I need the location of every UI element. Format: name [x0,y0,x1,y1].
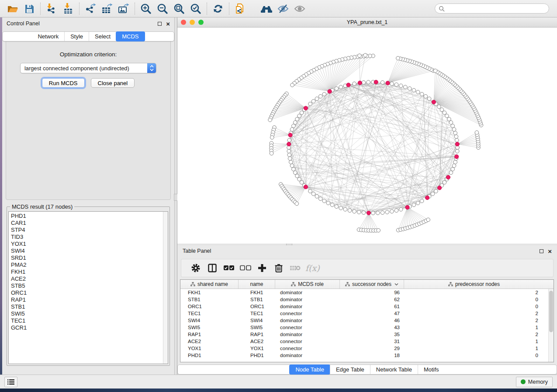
export-network-button[interactable] [82,1,99,16]
add-column-button[interactable] [254,261,270,275]
zoom-fit-button[interactable] [171,1,187,16]
import-table-button[interactable] [60,1,76,16]
table-cell[interactable]: 0 [404,353,544,358]
table-cell[interactable]: 47 [340,311,404,316]
float-panel-icon[interactable] [158,22,162,26]
save-session-button[interactable] [21,1,38,16]
deselect-all-button[interactable] [237,261,254,275]
table-options-button[interactable] [187,261,204,275]
table-cell[interactable]: ORC1 [239,304,275,309]
table-cell[interactable]: 1 [404,339,544,344]
table-cell[interactable]: 43 [340,325,404,330]
mcds-result-item[interactable]: SWI5 [11,310,168,317]
function-builder-button[interactable]: f(x) [305,263,320,273]
column-header-shared-name[interactable]: shared name [180,280,239,289]
table-scrollbar-thumb[interactable] [549,291,553,332]
tab-network[interactable]: Network [32,32,64,41]
table-cell[interactable]: dominator [275,297,340,302]
network-canvas[interactable] [177,28,557,244]
table-cell[interactable]: STB1 [239,297,275,302]
show-column-button[interactable] [204,261,221,275]
table-cell[interactable]: PHD1 [180,353,239,358]
mcds-result-item[interactable]: STB5 [11,282,168,289]
table-cell[interactable]: 96 [340,290,404,295]
table-cell[interactable]: SWI5 [180,325,239,330]
table-cell[interactable]: dominator [275,304,340,309]
tab-select[interactable]: Select [89,32,116,41]
table-row[interactable]: PHD1PHD1dominator180 [180,352,554,359]
table-row[interactable]: TEC1TEC1connector472 [180,310,554,317]
mcds-result-item[interactable]: ACE2 [11,275,168,282]
table-cell[interactable]: 1 [404,325,544,330]
column-header-successor-nodes[interactable]: successor nodes [340,280,404,289]
table-cell[interactable]: 35 [340,332,404,337]
table-row[interactable]: SWI4SWI4dominator462 [180,317,554,324]
table-row[interactable]: YOX1YOX1connector291 [180,345,554,352]
table-row[interactable]: ACE2ACE2connector311 [180,338,554,345]
close-table-panel-icon[interactable]: × [548,249,552,253]
mcds-result-item[interactable]: TID3 [11,234,168,241]
table-cell[interactable]: TEC1 [239,311,275,316]
tab-edge-table[interactable]: Edge Table [330,365,370,374]
select-all-button[interactable] [221,261,237,275]
table-cell[interactable]: 2 [404,318,544,323]
table-cell[interactable]: dominator [275,318,340,323]
column-header-predecessor-nodes[interactable]: predecessor nodes [404,280,544,289]
delete-column-button[interactable] [270,261,287,275]
table-cell[interactable]: ORC1 [180,304,239,309]
memory-button[interactable]: Memory [516,377,553,387]
open-file-button[interactable] [4,1,21,16]
criterion-dropdown[interactable]: largest connected component (undirected) [20,63,156,73]
mcds-result-item[interactable]: TEC1 [11,317,168,324]
table-cell[interactable]: 29 [340,346,404,351]
table-cell[interactable]: dominator [275,290,340,295]
table-row[interactable]: STB1STB1dominator620 [180,296,554,303]
mcds-result-item[interactable]: SWI4 [11,248,168,254]
export-table-button[interactable] [99,1,115,16]
table-cell[interactable]: 31 [340,339,404,344]
table-cell[interactable]: 1 [404,346,544,351]
table-cell[interactable]: 46 [340,318,404,323]
table-cell[interactable]: RAP1 [239,332,275,337]
close-panel-icon[interactable]: × [166,22,170,26]
table-cell[interactable]: SWI4 [239,318,275,323]
table-cell[interactable]: SWI5 [239,325,275,330]
tab-network-table[interactable]: Network Table [370,365,418,374]
mcds-result-item[interactable]: PMA2 [11,261,168,268]
table-cell[interactable]: 61 [340,304,404,309]
table-cell[interactable]: YOX1 [180,346,239,351]
table-cell[interactable]: 2 [404,332,544,337]
mcds-result-item[interactable]: STP4 [11,227,168,234]
import-network-button[interactable] [43,1,60,16]
table-cell[interactable]: SWI4 [180,318,239,323]
run-mcds-button[interactable]: Run MCDS [42,78,85,88]
table-cell[interactable]: dominator [275,332,340,337]
mcds-result-item[interactable]: RAP1 [11,296,168,303]
network-from-selection-button[interactable] [232,1,249,16]
zoom-in-button[interactable] [138,1,154,16]
mcds-result-item[interactable]: GCR1 [11,324,168,331]
delete-table-button[interactable] [287,261,304,275]
search-input[interactable] [447,6,545,12]
table-cell[interactable]: PHD1 [239,353,275,358]
table-cell[interactable]: 2 [404,290,544,295]
mcds-result-item[interactable]: YOX1 [11,241,168,248]
mcds-result-item[interactable]: PHD1 [11,213,168,220]
table-row[interactable]: SWI5SWI5connector431 [180,324,554,331]
tab-mcds[interactable]: MCDS [116,31,145,41]
mcds-result-item[interactable]: ORC1 [11,289,168,296]
table-cell[interactable]: dominator [275,353,340,358]
table-cell[interactable]: 0 [404,297,544,302]
task-history-button[interactable] [4,377,17,387]
tab-style[interactable]: Style [64,32,89,41]
table-cell[interactable]: FKH1 [239,290,275,295]
zoom-out-button[interactable] [154,1,171,16]
table-scrollbar[interactable] [548,289,554,362]
zoom-selected-button[interactable] [187,1,204,16]
table-cell[interactable]: ACE2 [180,339,239,344]
table-row[interactable]: FKH1FKH1dominator962 [180,289,554,296]
table-row[interactable]: RAP1RAP1dominator352 [180,331,554,338]
tab-node-table[interactable]: Node Table [289,364,330,375]
network-graph[interactable] [177,28,557,244]
mcds-result-item[interactable]: FKH1 [11,268,168,275]
